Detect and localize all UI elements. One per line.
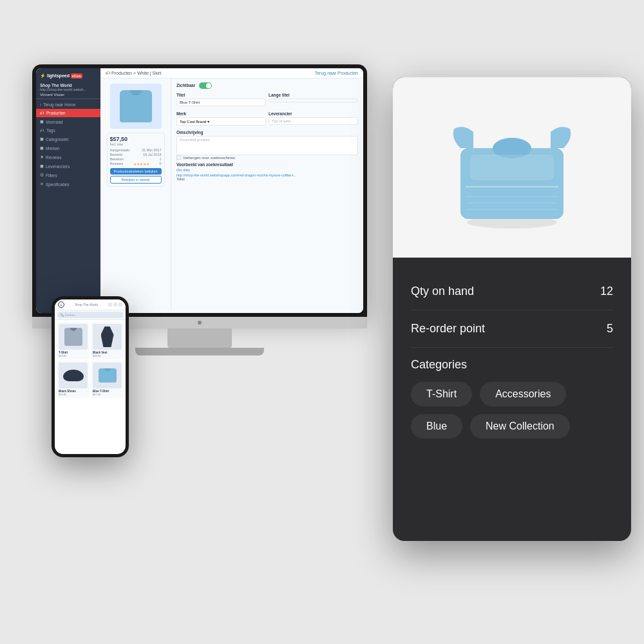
omschrijving-label: Omschrijving [176, 130, 358, 135]
phone-screen: ● Shop The World 🔍 Zoeken... [55, 299, 126, 454]
phone-wrap: ● Shop The World 🔍 Zoeken... [52, 296, 129, 457]
titel-label: Titel [176, 93, 266, 97]
tshirt-blue-icon [99, 368, 117, 383]
zichtbaar-label: Zichtbaar [176, 83, 195, 88]
phone-product-2[interactable]: Black Vest $39,95 [91, 322, 124, 359]
tag-blue[interactable]: Blue [411, 414, 462, 439]
product-thumb [110, 84, 162, 129]
bewerkt-value: 18 Jul 2018 [143, 153, 161, 156]
cms-main: 🏷 Producten > White | Skirt Terug naar P… [100, 68, 363, 313]
titel-row: Titel Blue T-Shirt Lange titel [176, 93, 358, 109]
lange-titel-input[interactable] [269, 99, 358, 102]
scene: Qty on hand 12 Re-order point 5 Categori… [0, 0, 644, 644]
phone-nav-icon-1[interactable] [108, 303, 112, 307]
nav-tags[interactable]: 🏷 Tags [36, 126, 100, 135]
categories-section: Categories T-Shirt Accessories Blue New … [411, 348, 613, 439]
phone-search-input[interactable]: 🔍 Zoeken... [57, 312, 123, 318]
nav-reviews[interactable]: ★ Reviews [36, 153, 100, 162]
nav-filters[interactable]: ⚙ Filters [36, 171, 100, 180]
preview-text: Tekst [176, 177, 358, 181]
hide-checkbox-row: Verbergen voor zoekmachines [176, 155, 358, 160]
phone-product-image-2 [93, 324, 122, 350]
preview-title: (No title) [176, 168, 358, 172]
phone-product-price-1: $19,95 [59, 354, 88, 357]
merk-value: Top Cool Brand [180, 120, 206, 124]
bekeken-value: 1 [159, 157, 161, 161]
reorder-label: Re-order point [411, 322, 485, 336]
reviews-value: 0 [159, 162, 161, 166]
reorder-row: Re-order point 5 [411, 310, 613, 348]
breadcrumb-text: Producten > White | Skirt [111, 71, 162, 75]
phone-product-4[interactable]: Blue T-Shirt $57,50 [91, 361, 124, 398]
phone-nav [108, 303, 122, 307]
nav-producten[interactable]: 🏷 Producten [36, 109, 100, 117]
camera [198, 321, 202, 325]
cms-logo: ⚡ lightspeed eCom [36, 71, 100, 81]
merk-col: Merk Top Cool Brand ▾ [176, 111, 266, 128]
nav-home[interactable]: ‹ Terug naar Home [36, 100, 100, 109]
merk-row: Merk Top Cool Brand ▾ Leverancier Typ of… [176, 111, 358, 128]
titel-col: Titel Blue T-Shirt [176, 93, 266, 109]
nav-specificaties[interactable]: ✕ Specificaties [36, 180, 100, 189]
monitor-screen: ⚡ lightspeed eCom Shop The World http://… [36, 68, 363, 313]
tag-new-collection[interactable]: New Collection [470, 414, 570, 439]
statistieken-btn[interactable]: Productstatistieken bekijken [110, 168, 162, 175]
aangemaakt-label: Aangemaakt [110, 148, 130, 152]
toggle-zichtbaar[interactable] [199, 82, 212, 89]
reviews-row: Reviews ★★★★★ 0 [110, 162, 162, 166]
cms-topbar: 🏷 Producten > White | Skirt Terug naar P… [100, 68, 363, 79]
cms-layout: ⚡ lightspeed eCom Shop The World http://… [36, 68, 363, 313]
hide-checkbox[interactable] [176, 155, 181, 160]
titel-input[interactable]: Blue T-Shirt [176, 99, 266, 106]
phone-product-image-1 [59, 324, 88, 350]
monitor-stand [167, 328, 232, 348]
omschrijving-textarea[interactable]: Omschrijf product [176, 136, 358, 155]
phone-product-1[interactable]: T-Shirt $19,95 [57, 322, 90, 359]
nav-voorraad[interactable]: ◼ Voorraad [36, 117, 100, 126]
bekeken-label: Bekeken [110, 157, 124, 161]
leverancier-input[interactable]: Typ of sele... [269, 117, 358, 125]
bekeken-row: Bekeken 1 [110, 157, 162, 161]
monitor: ⚡ lightspeed eCom Shop The World http://… [32, 64, 367, 317]
reorder-value: 5 [607, 322, 613, 336]
incl-btw: Incl. btw [110, 142, 162, 146]
cms-content-area: $57,50 Incl. btw Aangemaakt 31 Mei 2017 … [100, 79, 363, 310]
user-name: Vincent Visser [40, 93, 97, 97]
shop-url: http://shop-the-world.websh... [40, 88, 97, 91]
phone: ● Shop The World 🔍 Zoeken... [52, 296, 129, 457]
phone-nav-icon-2[interactable] [113, 303, 117, 307]
aangemaakt-row: Aangemaakt 31 Mei 2017 [110, 148, 162, 152]
panel-content: Qty on hand 12 Re-order point 5 Categori… [393, 258, 631, 454]
nav-categorieen[interactable]: ◼ Categorieën [36, 135, 100, 144]
tag-accessories[interactable]: Accessories [480, 382, 566, 406]
back-button[interactable]: Terug naar Producten [315, 71, 358, 75]
ecom-badge: eCom [71, 73, 82, 79]
phone-search: 🔍 Zoeken... [55, 310, 126, 320]
preview-label: Voorbeeld van zoekresultaat [176, 162, 358, 167]
nav-merken[interactable]: ◼ Merken [36, 144, 100, 153]
nav-leveranciers[interactable]: ◼ Leveranciers [36, 162, 100, 171]
svg-rect-4 [470, 155, 554, 180]
tag-tshirt[interactable]: T-Shirt [411, 382, 472, 406]
product-image-area: $57,50 Incl. btw Aangemaakt 31 Mei 2017 … [100, 79, 171, 310]
categories-tags: T-Shirt Accessories Blue New Collection [411, 382, 613, 439]
price-box: $57,50 Incl. btw Aangemaakt 31 Mei 2017 … [107, 133, 165, 187]
phone-nav-icon-3[interactable] [118, 303, 122, 307]
phone-product-image-4 [93, 363, 122, 388]
phone-product-price-4: $57,50 [93, 393, 122, 396]
merk-select[interactable]: Top Cool Brand ▾ [176, 117, 266, 126]
shop-name: Shop The World [40, 83, 97, 88]
bewerkt-row: Bewerkt 18 Jul 2018 [110, 153, 162, 156]
breadcrumb: 🏷 Producten > White | Skirt [106, 71, 162, 75]
winkel-btn[interactable]: Bekijken in winkel [110, 176, 162, 184]
form-area: Zichtbaar Titel Blue T-Shirt [171, 79, 363, 310]
reviews-label: Reviews [110, 162, 124, 166]
dress-icon [101, 327, 114, 347]
hide-label: Verbergen voor zoekmachines [183, 156, 235, 160]
leverancier-label: Leverancier [269, 111, 358, 116]
qty-label: Qty on hand [411, 285, 474, 298]
phone-product-3[interactable]: Black Shoes $79,95 [57, 361, 90, 398]
phone-product-image-3 [59, 363, 88, 388]
cms-sidebar: ⚡ lightspeed eCom Shop The World http://… [36, 68, 100, 313]
stars: ★★★★★ [133, 162, 149, 166]
